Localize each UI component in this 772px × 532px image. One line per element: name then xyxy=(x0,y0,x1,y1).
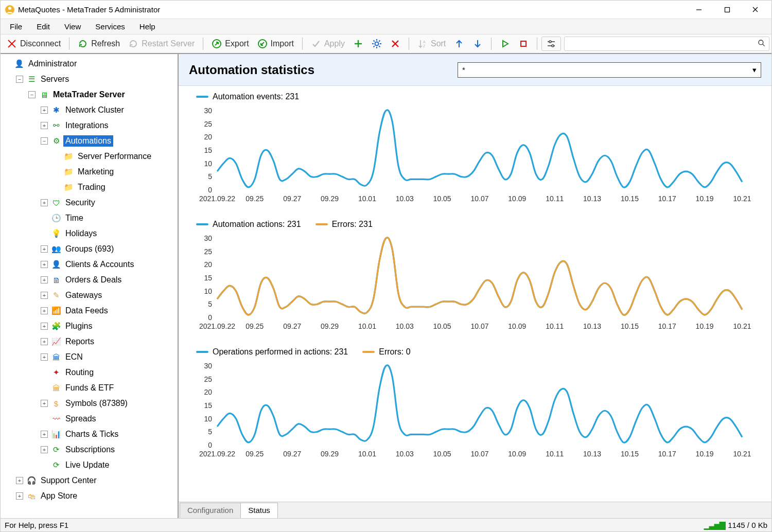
settings-button[interactable] xyxy=(367,37,386,51)
menu-edit[interactable]: Edit xyxy=(29,20,57,33)
tree-data-feeds[interactable]: +📶Data Feeds xyxy=(41,303,178,318)
move-down-button[interactable] xyxy=(468,37,487,51)
maximize-button[interactable] xyxy=(713,1,741,19)
apply-button[interactable]: Apply xyxy=(307,37,349,51)
export-button[interactable]: Export xyxy=(207,37,253,51)
tree-symbols[interactable]: +$Symbols (87389) xyxy=(41,396,178,411)
svg-text:10.13: 10.13 xyxy=(583,194,601,203)
statusbar: For Help, press F1 ▁▃▅▇ 1145 / 0 Kb xyxy=(1,518,771,531)
svg-text:15: 15 xyxy=(204,401,212,410)
tree-servers[interactable]: −☰Servers xyxy=(16,72,178,87)
tree-trading[interactable]: 📁Trading xyxy=(53,180,178,195)
routing-icon: ✦ xyxy=(51,368,61,377)
arrow-down-icon xyxy=(472,39,483,49)
minimize-button[interactable] xyxy=(685,1,713,19)
svg-line-18 xyxy=(379,46,380,47)
disconnect-button[interactable]: Disconnect xyxy=(3,37,65,51)
chart-canvas: 0510152025302021.09.2209.2509.2709.2910.… xyxy=(189,229,755,332)
toolbar: Disconnect Refresh Restart Server Export… xyxy=(1,34,771,54)
add-button[interactable] xyxy=(349,37,367,51)
svg-text:10.11: 10.11 xyxy=(546,322,564,330)
menu-view[interactable]: View xyxy=(57,20,88,33)
import-button[interactable]: Import xyxy=(253,37,298,51)
dollar-icon: $ xyxy=(51,399,61,408)
filter-combo[interactable]: * ▾ xyxy=(458,62,761,78)
tree-reports[interactable]: +📈Reports xyxy=(41,334,178,349)
legend-entry: Operations performed in actions: 231 xyxy=(196,347,348,357)
tree-routing[interactable]: ✦Routing xyxy=(41,365,178,380)
user-icon: 👤 xyxy=(14,59,24,68)
tree-automations[interactable]: −⚙Automations xyxy=(41,133,178,149)
tab-configuration[interactable]: Configuration xyxy=(180,503,241,518)
svg-text:10.13: 10.13 xyxy=(583,450,601,458)
signal-icon: ▁▃▅▇ xyxy=(704,521,725,530)
tree-clients[interactable]: +👤Clients & Accounts xyxy=(41,257,178,272)
menu-file[interactable]: File xyxy=(3,20,29,33)
svg-text:30: 30 xyxy=(204,234,212,242)
menu-help[interactable]: Help xyxy=(132,20,163,33)
tree-live-update[interactable]: ⟳Live Update xyxy=(41,457,178,473)
headset-icon: 🎧 xyxy=(26,476,37,485)
svg-text:10.15: 10.15 xyxy=(621,322,639,330)
tree-support-center[interactable]: +🎧Support Center xyxy=(16,473,178,488)
rss-icon: 📶 xyxy=(51,306,61,315)
legend-label: Errors: 0 xyxy=(379,347,410,357)
close-button[interactable] xyxy=(741,1,769,19)
svg-text:10.21: 10.21 xyxy=(733,322,751,330)
svg-text:10.17: 10.17 xyxy=(658,322,676,330)
tree-spreads[interactable]: 〰Spreads xyxy=(41,411,178,427)
tree-charts-ticks[interactable]: +📊Charts & Ticks xyxy=(41,427,178,442)
play-icon xyxy=(500,39,510,49)
tree-integrations[interactable]: +⚯Integrations xyxy=(41,118,178,133)
menubar: File Edit View Services Help xyxy=(1,19,771,34)
svg-point-28 xyxy=(549,41,551,43)
chart: Operations performed in actions: 231Erro… xyxy=(189,347,761,459)
svg-text:10.01: 10.01 xyxy=(358,322,376,330)
tree-ecn[interactable]: +🏛ECN xyxy=(41,349,178,365)
stop-button[interactable] xyxy=(514,37,533,51)
tree-holidays[interactable]: 💡Holidays xyxy=(41,226,178,241)
tree-security[interactable]: +🛡Security xyxy=(41,195,178,210)
tab-status[interactable]: Status xyxy=(240,503,278,518)
tree-metatrader-server[interactable]: −🖥MetaTrader Server xyxy=(28,87,178,102)
orders-icon: 🗎 xyxy=(51,276,61,285)
move-up-button[interactable] xyxy=(450,37,468,51)
tree-gateways[interactable]: +✎Gateways xyxy=(41,288,178,303)
toolbar-search-input[interactable] xyxy=(568,39,758,49)
filter-options-button[interactable] xyxy=(541,37,561,51)
svg-text:30: 30 xyxy=(204,107,212,115)
tree-administrator[interactable]: 👤Administrator xyxy=(4,56,178,72)
svg-text:09.29: 09.29 xyxy=(321,450,339,458)
svg-text:10.09: 10.09 xyxy=(508,450,526,458)
group-icon: 👥 xyxy=(51,244,61,254)
sort-button[interactable]: AZ Sort xyxy=(413,37,450,51)
refresh-button[interactable]: Refresh xyxy=(74,37,124,51)
bank-icon: 🏛 xyxy=(51,353,61,362)
run-button[interactable] xyxy=(496,37,514,51)
tree-time[interactable]: 🕒Time xyxy=(41,210,178,226)
tree-funds-etf[interactable]: 🏛Funds & ETF xyxy=(41,380,178,396)
page-title: Automation statistics xyxy=(189,63,458,77)
tree-groups[interactable]: +👥Groups (693) xyxy=(41,241,178,257)
restart-server-button[interactable]: Restart Server xyxy=(124,37,199,51)
legend-entry: Errors: 231 xyxy=(315,220,373,229)
delete-button[interactable] xyxy=(386,37,405,51)
svg-text:10.21: 10.21 xyxy=(733,194,751,203)
export-icon xyxy=(212,39,222,49)
tree-server-performance[interactable]: 📁Server Performance xyxy=(53,149,178,164)
chevron-down-icon: ▾ xyxy=(752,65,757,75)
tree-plugins[interactable]: +🧩Plugins xyxy=(41,318,178,334)
tree-subscriptions[interactable]: +⟳Subscriptions xyxy=(41,442,178,457)
plugin-icon: 🧩 xyxy=(51,322,61,331)
server-icon: 🖥 xyxy=(39,91,49,99)
svg-text:09.29: 09.29 xyxy=(321,322,339,330)
navigation-tree[interactable]: 👤Administrator −☰Servers −🖥MetaTrader Se… xyxy=(1,54,179,518)
menu-services[interactable]: Services xyxy=(88,20,132,33)
tree-network-cluster[interactable]: +✱Network Cluster xyxy=(41,102,178,118)
chart: Automation actions: 231Errors: 231051015… xyxy=(189,220,761,332)
tree-orders[interactable]: +🗎Orders & Deals xyxy=(41,272,178,288)
tree-marketing[interactable]: 📁Marketing xyxy=(53,164,178,180)
tree-app-store[interactable]: +🛍App Store xyxy=(16,488,178,504)
main-header: Automation statistics * ▾ xyxy=(179,54,771,86)
toolbar-search[interactable] xyxy=(564,37,769,51)
